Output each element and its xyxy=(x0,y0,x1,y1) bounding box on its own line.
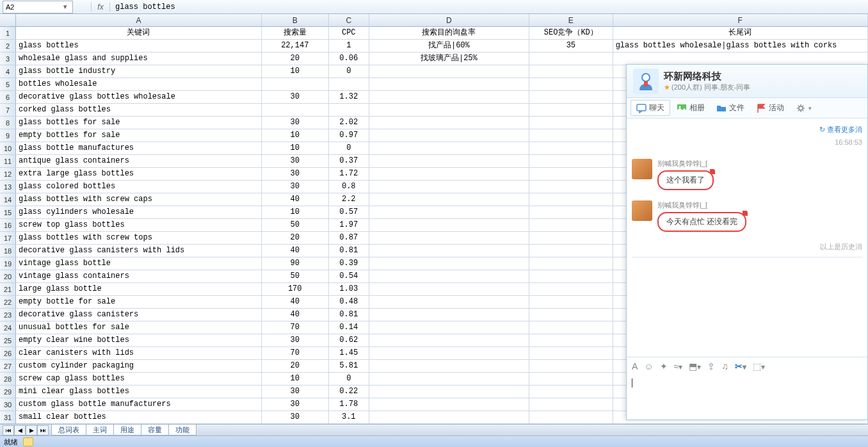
cell[interactable]: antique glass containers xyxy=(16,155,262,168)
music-icon[interactable]: ♫ xyxy=(721,361,728,371)
cell[interactable] xyxy=(529,53,613,65)
cell[interactable]: 0 xyxy=(329,373,369,386)
fx-icon[interactable]: fx xyxy=(91,3,110,12)
cell[interactable]: glass cylinders wholesale xyxy=(16,206,262,219)
row-header[interactable]: 30 xyxy=(0,398,16,411)
cell[interactable]: screw cap glass bottles xyxy=(16,373,262,386)
cell[interactable] xyxy=(369,245,529,257)
row-header[interactable]: 19 xyxy=(0,257,16,270)
cell[interactable]: 50 xyxy=(262,219,329,232)
cell[interactable]: 0.37 xyxy=(329,155,369,168)
cell[interactable] xyxy=(369,168,529,181)
cell[interactable]: 30 xyxy=(262,386,329,398)
row-header[interactable]: 29 xyxy=(0,386,16,398)
cell[interactable]: 0.48 xyxy=(329,296,369,309)
cell[interactable]: 10 xyxy=(262,65,329,78)
cell[interactable]: 0.62 xyxy=(329,334,369,347)
cell[interactable]: 10 xyxy=(262,373,329,386)
cell[interactable]: 0.14 xyxy=(329,321,369,334)
sheet-tab[interactable]: 功能 xyxy=(168,425,197,435)
cell[interactable]: 40 xyxy=(262,245,329,257)
cell[interactable]: decorative glass bottles wholesale xyxy=(16,91,262,104)
row-header[interactable]: 17 xyxy=(0,232,16,245)
cell[interactable]: 1 xyxy=(329,40,369,53)
cell[interactable]: 0.81 xyxy=(329,245,369,257)
cell[interactable]: mini clear glass bottles xyxy=(16,386,262,398)
cell[interactable] xyxy=(529,155,613,168)
cell[interactable]: 10 xyxy=(262,142,329,155)
cell[interactable] xyxy=(529,257,613,270)
row-header[interactable]: 8 xyxy=(0,117,16,129)
cell[interactable] xyxy=(369,104,529,117)
cell[interactable]: 20 xyxy=(262,53,329,65)
row-header[interactable]: 10 xyxy=(0,142,16,155)
col-header-B[interactable]: B xyxy=(262,14,329,27)
cell[interactable] xyxy=(369,398,529,411)
cell[interactable]: 30 xyxy=(262,91,329,104)
row-header[interactable]: 1 xyxy=(0,27,16,40)
font-icon[interactable]: A xyxy=(632,361,638,371)
cell[interactable]: 0.87 xyxy=(329,232,369,245)
cell[interactable]: 10 xyxy=(262,129,329,142)
image-icon[interactable]: ⬒▾ xyxy=(689,361,701,371)
tab-chat[interactable]: 聊天 xyxy=(631,100,670,116)
cell[interactable]: corked glass bottles xyxy=(16,104,262,117)
cell[interactable] xyxy=(329,104,369,117)
cell[interactable] xyxy=(529,232,613,245)
cell[interactable] xyxy=(369,321,529,334)
cell[interactable]: 2.02 xyxy=(329,117,369,129)
group-avatar[interactable] xyxy=(633,69,659,94)
cell[interactable]: vintage glass bottle xyxy=(16,257,262,270)
col-header-D[interactable]: D xyxy=(369,14,529,27)
sheet-tab[interactable]: 用途 xyxy=(113,425,141,435)
cell[interactable]: 2.2 xyxy=(329,193,369,206)
cell[interactable] xyxy=(369,129,529,142)
row-header[interactable]: 5 xyxy=(0,78,16,91)
cell[interactable] xyxy=(369,117,529,129)
row-header[interactable]: 15 xyxy=(0,206,16,219)
window-icon[interactable]: ⬚▾ xyxy=(753,361,765,371)
col-header-A[interactable]: A xyxy=(16,14,262,27)
cell[interactable]: glass bottle industry xyxy=(16,65,262,78)
cell[interactable]: small clear bottles xyxy=(16,411,262,424)
cell[interactable] xyxy=(529,91,613,104)
cell[interactable] xyxy=(529,104,613,117)
row-header[interactable]: 26 xyxy=(0,347,16,360)
cell[interactable]: 30 xyxy=(262,155,329,168)
cell[interactable]: 1.78 xyxy=(329,398,369,411)
cell[interactable]: 10 xyxy=(262,206,329,219)
cell[interactable] xyxy=(262,78,329,91)
cell[interactable]: 30 xyxy=(262,168,329,181)
cell[interactable]: 1.72 xyxy=(329,168,369,181)
col-header-E[interactable]: E xyxy=(529,14,613,27)
row-header[interactable]: 20 xyxy=(0,270,16,283)
cell[interactable]: extra large glass bottles xyxy=(16,168,262,181)
cell[interactable]: 30 xyxy=(262,411,329,424)
cell[interactable] xyxy=(369,347,529,360)
row-header[interactable]: 22 xyxy=(0,296,16,309)
cell[interactable]: glass bottles xyxy=(16,40,262,53)
cell[interactable]: bottles wholesale xyxy=(16,78,262,91)
header-cell[interactable]: 搜索目的询盘率 xyxy=(369,27,529,40)
cell[interactable]: glass bottles with screw caps xyxy=(16,193,262,206)
cell[interactable] xyxy=(529,270,613,283)
cell[interactable]: 1.45 xyxy=(329,347,369,360)
cell[interactable]: empty bottle for sale xyxy=(16,296,262,309)
select-all-corner[interactable] xyxy=(0,14,16,27)
cell[interactable]: 0.22 xyxy=(329,386,369,398)
view-more-link[interactable]: 查看更多消 xyxy=(632,125,862,134)
cell[interactable]: 0.81 xyxy=(329,309,369,321)
cell[interactable]: 0.97 xyxy=(329,129,369,142)
cell[interactable]: 1.03 xyxy=(329,283,369,296)
row-header[interactable]: 13 xyxy=(0,181,16,193)
cell[interactable] xyxy=(529,386,613,398)
header-cell[interactable]: 关键词 xyxy=(16,27,262,40)
cell[interactable] xyxy=(529,206,613,219)
cell[interactable]: large glass bottle xyxy=(16,283,262,296)
cell[interactable]: glass colored bottles xyxy=(16,181,262,193)
cell[interactable]: 0 xyxy=(329,65,369,78)
cell[interactable]: wholesale glass and supplies xyxy=(16,53,262,65)
row-header[interactable]: 6 xyxy=(0,91,16,104)
cell[interactable]: empty clear wine bottles xyxy=(16,334,262,347)
cell[interactable]: 22,147 xyxy=(262,40,329,53)
